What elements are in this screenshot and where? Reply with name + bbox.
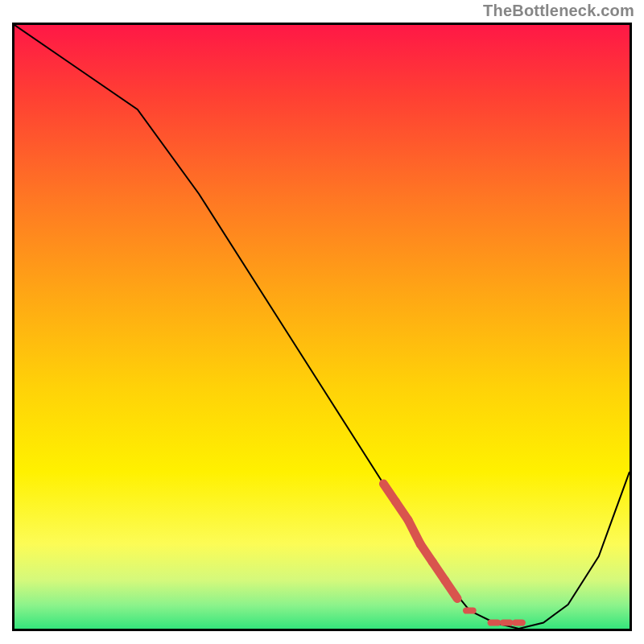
attribution-label: TheBottleneck.com	[483, 2, 634, 20]
highlight-dash	[512, 619, 526, 625]
series-container	[14, 25, 630, 629]
highlight-dash	[488, 619, 502, 625]
highlight-segment	[445, 580, 457, 599]
chart-svg	[14, 25, 630, 629]
chart-frame: TheBottleneck.com	[0, 0, 644, 644]
bottleneck-curve	[14, 25, 630, 629]
plot-area	[12, 23, 632, 631]
highlight-dash	[500, 619, 514, 625]
highlight-dash	[463, 607, 477, 613]
